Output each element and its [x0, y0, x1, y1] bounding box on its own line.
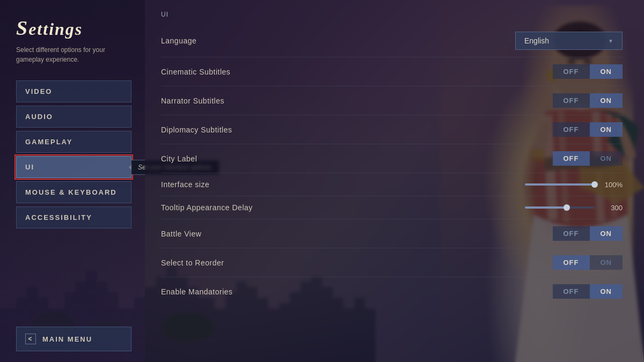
interface-size-value: 100% [601, 181, 623, 189]
setting-control-battle-view: OFF ON [515, 226, 623, 241]
toggle-off-select-reorder[interactable]: OFF [553, 255, 590, 270]
page-subtitle: Select different options for your gamepl… [16, 45, 131, 64]
setting-control-interface-size: 100% [515, 181, 623, 189]
tooltip-delay-value: 300 [601, 204, 623, 212]
setting-row-language: Language English ▼ [161, 25, 623, 57]
setting-control-select-reorder: OFF ON [515, 255, 623, 270]
setting-row-interface-size: Interface size 100% [161, 173, 623, 196]
toggle-on-diplomacy[interactable]: ON [590, 122, 623, 137]
toggle-group-diplomacy: OFF ON [553, 122, 623, 137]
slider-container-interface: 100% [515, 181, 623, 189]
setting-name-select-reorder: Select to Reorder [161, 258, 224, 267]
content-area: UI Language English ▼ Cinematic Subtitle… [145, 0, 644, 362]
toggle-off-cinematic[interactable]: OFF [553, 64, 590, 79]
tooltip-slider-thumb[interactable] [564, 204, 570, 211]
setting-row-city-label: City Label OFF ON [161, 144, 623, 173]
settings-panel: Settings Select different options for yo… [0, 0, 644, 362]
setting-name-battle-view: Battle View [161, 230, 201, 238]
setting-name-narrator-subtitles: Narrator Subtitles [161, 97, 224, 105]
setting-control-cinematic-subtitles: OFF ON [515, 64, 623, 79]
toggle-on-cinematic[interactable]: ON [590, 64, 623, 79]
language-value: English [524, 36, 549, 45]
sidebar: Settings Select different options for yo… [0, 0, 145, 362]
toggle-on-mandatories[interactable]: ON [590, 284, 623, 299]
toggle-group-city-label: OFF ON [553, 151, 623, 166]
setting-row-tooltip-delay: Tooltip Appearance Delay 300 [161, 196, 623, 219]
nav-buttons: VIDEO AUDIO GAMEPLAY UI Set user interfa… [16, 80, 131, 228]
setting-control-diplomacy-subtitles: OFF ON [515, 122, 623, 137]
sidebar-item-video[interactable]: VIDEO [16, 80, 131, 102]
tooltip-slider-track[interactable] [525, 206, 595, 209]
toggle-group-mandatories: OFF ON [553, 284, 623, 299]
tooltip-slider-fill [525, 206, 567, 209]
setting-row-select-reorder: Select to Reorder OFF ON [161, 248, 623, 277]
setting-control-city-label: OFF ON [515, 151, 623, 166]
settings-rows: Language English ▼ Cinematic Subtitles O… [161, 25, 623, 306]
setting-row-enable-mandatories: Enable Mandatories OFF ON [161, 277, 623, 306]
toggle-off-diplomacy[interactable]: OFF [553, 122, 590, 137]
setting-row-battle-view: Battle View OFF ON [161, 219, 623, 248]
toggle-group-battle-view: OFF ON [553, 226, 623, 241]
setting-row-narrator-subtitles: Narrator Subtitles OFF ON [161, 86, 623, 115]
setting-row-cinematic-subtitles: Cinematic Subtitles OFF ON [161, 57, 623, 86]
sidebar-item-mouse-keyboard[interactable]: MOUSE & KEYBOARD [16, 181, 131, 203]
sidebar-item-ui[interactable]: UI Set user interface options. [16, 156, 131, 178]
toggle-off-city-label[interactable]: OFF [553, 151, 590, 166]
setting-name-language: Language [161, 36, 196, 45]
toggle-on-narrator[interactable]: ON [590, 93, 623, 108]
sidebar-item-accessibility[interactable]: ACCESSIBILITY [16, 206, 131, 228]
toggle-off-battle-view[interactable]: OFF [553, 226, 590, 241]
chevron-left-icon: < [25, 334, 36, 344]
interface-slider-track[interactable] [525, 183, 595, 186]
setting-name-diplomacy-subtitles: Diplomacy Subtitles [161, 125, 232, 134]
page-title: Settings [16, 16, 131, 40]
sidebar-item-audio[interactable]: AUDIO [16, 106, 131, 128]
sidebar-item-gameplay[interactable]: GAMEPLAY [16, 131, 131, 153]
setting-control-enable-mandatories: OFF ON [515, 284, 623, 299]
toggle-group-cinematic: OFF ON [553, 64, 623, 79]
toggle-group-narrator: OFF ON [553, 93, 623, 108]
setting-name-interface-size: Interface size [161, 180, 209, 189]
setting-row-diplomacy-subtitles: Diplomacy Subtitles OFF ON [161, 115, 623, 144]
dropdown-arrow-icon: ▼ [608, 38, 613, 44]
setting-control-language: English ▼ [515, 32, 623, 50]
toggle-on-battle-view[interactable]: ON [590, 226, 623, 241]
toggle-on-select-reorder[interactable]: ON [590, 255, 623, 270]
slider-container-tooltip: 300 [515, 204, 623, 212]
toggle-off-mandatories[interactable]: OFF [553, 284, 590, 299]
setting-name-tooltip-delay: Tooltip Appearance Delay [161, 203, 253, 212]
toggle-on-city-label[interactable]: ON [590, 151, 623, 166]
setting-name-cinematic-subtitles: Cinematic Subtitles [161, 68, 230, 76]
main-menu-button[interactable]: < MAIN MENU [16, 327, 131, 351]
toggle-off-narrator[interactable]: OFF [553, 93, 590, 108]
section-label: UI [161, 11, 623, 18]
language-dropdown[interactable]: English ▼ [515, 32, 623, 50]
interface-slider-thumb[interactable] [591, 181, 598, 188]
setting-control-narrator-subtitles: OFF ON [515, 93, 623, 108]
setting-name-city-label: City Label [161, 154, 197, 163]
interface-slider-fill [525, 183, 595, 186]
setting-name-enable-mandatories: Enable Mandatories [161, 287, 233, 296]
setting-control-tooltip-delay: 300 [515, 204, 623, 212]
toggle-group-select-reorder: OFF ON [553, 255, 623, 270]
